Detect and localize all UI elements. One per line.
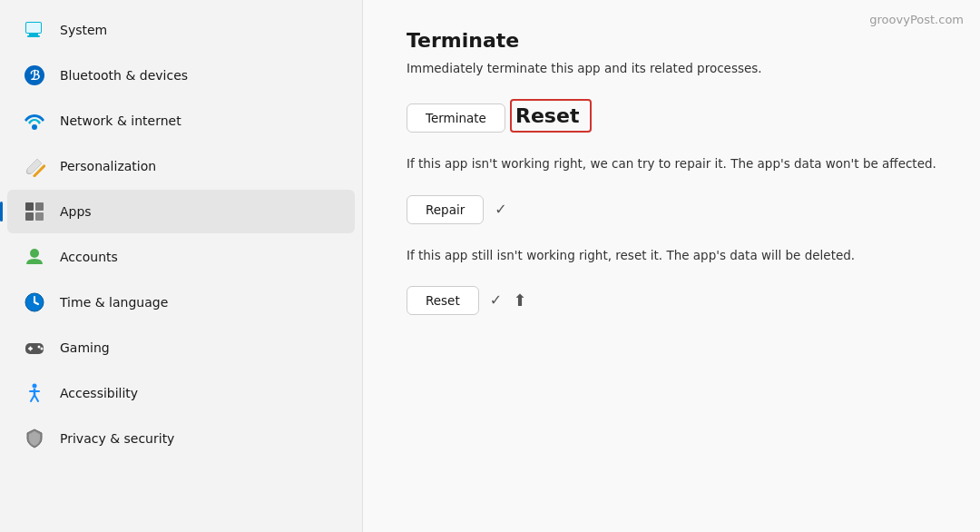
sidebar-label-time: Time & language [60,295,168,310]
sidebar-item-bluetooth[interactable]: ℬ Bluetooth & devices [7,54,355,97]
reset-checkmark: ✓ [490,291,502,309]
reset-section-header: Reset [510,99,592,133]
svg-point-21 [41,348,44,350]
svg-rect-2 [27,35,40,37]
terminate-title: Terminate [407,29,936,52]
system-icon [22,17,47,43]
personalization-icon [22,153,47,179]
svg-rect-12 [35,212,44,221]
svg-rect-9 [25,202,34,211]
svg-rect-11 [25,212,34,221]
sidebar-item-privacy[interactable]: Privacy & security [7,417,355,460]
sidebar-item-gaming[interactable]: Gaming [7,326,355,369]
terminate-button[interactable]: Terminate [407,103,505,133]
reset-description: If this app still isn't working right, r… [407,246,936,264]
bluetooth-icon: ℬ [22,63,47,88]
accessibility-icon [22,380,47,406]
sidebar-item-apps[interactable]: Apps [7,190,355,233]
svg-rect-19 [30,347,32,351]
reset-button[interactable]: Reset [407,286,479,315]
svg-line-25 [34,395,38,401]
time-icon [22,290,47,315]
repair-row: Repair ✓ [407,195,936,224]
apps-icon [22,199,47,224]
sidebar-item-network[interactable]: Network & internet [7,99,355,143]
sidebar-item-time[interactable]: Time & language [7,281,355,324]
svg-line-24 [31,395,34,401]
svg-rect-3 [26,23,41,33]
accounts-icon [22,244,47,270]
cursor-icon: ⬆ [513,291,526,310]
gaming-icon [22,335,47,360]
reset-title: Reset [515,104,579,127]
svg-text:ℬ: ℬ [30,69,40,83]
privacy-icon [22,426,47,451]
repair-description: If this app isn't working right, we can … [407,154,936,172]
sidebar-label-system: System [60,23,107,37]
svg-point-13 [30,249,39,258]
sidebar-label-accessibility: Accessibility [60,386,138,400]
sidebar-label-network: Network & internet [60,113,181,128]
watermark: groovyPost.com [869,13,964,26]
repair-checkmark: ✓ [495,201,506,218]
sidebar-label-bluetooth: Bluetooth & devices [60,68,188,83]
sidebar-label-accounts: Accounts [60,250,118,264]
terminate-description: Immediately terminate this app and its r… [407,59,936,77]
reset-row: Reset ✓ ⬆ [407,286,936,315]
sidebar-label-gaming: Gaming [60,340,110,355]
main-content: groovyPost.com Terminate Immediately ter… [363,0,980,532]
network-icon [22,108,47,133]
sidebar-item-accessibility[interactable]: Accessibility [7,371,355,415]
sidebar: System ℬ Bluetooth & devices Network & i… [0,0,363,532]
svg-point-6 [32,124,37,130]
sidebar-item-personalization[interactable]: Personalization [7,144,355,188]
sidebar-label-privacy: Privacy & security [60,431,174,446]
svg-point-20 [38,346,41,349]
sidebar-label-personalization: Personalization [60,159,156,173]
repair-button[interactable]: Repair [407,195,484,224]
svg-rect-10 [35,202,44,211]
sidebar-label-apps: Apps [60,204,92,219]
sidebar-item-accounts[interactable]: Accounts [7,235,355,279]
svg-rect-1 [29,34,38,35]
sidebar-item-system[interactable]: System [7,8,355,52]
svg-point-22 [33,384,37,389]
